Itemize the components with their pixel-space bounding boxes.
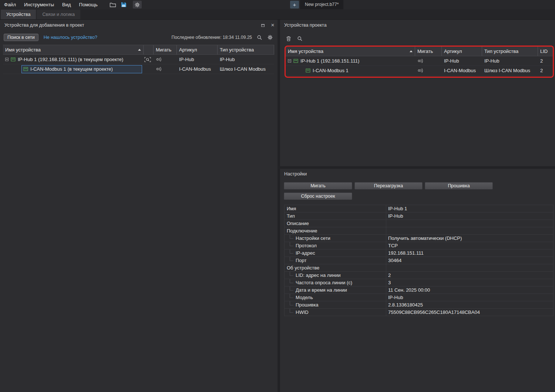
device-name-cell: IP-Hub 1 (192.168.151.111) (286, 56, 415, 66)
close-panel-icon[interactable]: ✕ (271, 23, 275, 27)
reset-settings-button[interactable]: Сброс настроек (284, 192, 352, 200)
property-value[interactable]: 3 (386, 279, 553, 286)
device-name-cell: I-CAN-Modbus 1 (в текущем проекте) (3, 64, 144, 74)
column-header-identify[interactable] (144, 45, 154, 54)
menu-help[interactable]: Помощь (75, 0, 102, 9)
project-devices-table: Имя устройства Мигать Артикул Тип устрой… (286, 46, 554, 76)
property-value[interactable] (386, 264, 553, 271)
property-value[interactable]: 2.8.1336180425 (386, 301, 553, 308)
property-value[interactable]: 2 (386, 272, 553, 279)
menu-view[interactable]: Вид (58, 0, 75, 9)
property-label: Об устройстве (285, 264, 386, 271)
blink-button[interactable]: Мигать (284, 182, 352, 190)
property-value[interactable] (386, 220, 553, 227)
property-label: Тип (285, 212, 386, 220)
blink-icon[interactable] (417, 58, 424, 63)
horizontal-splitter[interactable] (280, 166, 555, 169)
blink-icon[interactable] (156, 67, 162, 71)
property-label: IP-адрес (285, 249, 386, 257)
identify-device-icon[interactable] (144, 57, 151, 62)
column-header-blink[interactable]: Мигать (154, 45, 177, 54)
blink-cell (415, 56, 442, 66)
gear-icon[interactable] (133, 1, 142, 9)
device-name: IP-Hub 1 (192.168.151.111) (300, 58, 359, 64)
property-value[interactable]: TCP (386, 242, 553, 249)
property-row[interactable]: Частота опроса линии (с)3 (285, 279, 553, 287)
available-devices-table: Имя устройства Мигать Артикул Тип устрой… (3, 45, 274, 74)
property-row[interactable]: HWID75509C88CB956C265C180A17148CBA04 (285, 309, 553, 316)
new-project-tab-button[interactable]: + (290, 1, 299, 9)
device-not-found-link[interactable]: Не нашлось устройство? (44, 35, 97, 40)
property-group-row[interactable]: Об устройстве (285, 264, 553, 272)
property-value[interactable] (386, 227, 553, 234)
article-cell: IP-Hub (442, 56, 482, 66)
property-value[interactable]: IP-Hub 1 (386, 205, 553, 212)
column-header-article[interactable]: Артикул (177, 45, 218, 54)
property-row[interactable]: ТипIP-Hub (285, 212, 553, 220)
vertical-splitter[interactable] (278, 20, 280, 392)
gear-icon[interactable] (267, 34, 273, 40)
search-icon[interactable] (297, 36, 303, 41)
collapse-expander-icon[interactable] (288, 59, 291, 63)
save-icon[interactable] (120, 1, 128, 9)
blink-cell (154, 64, 177, 74)
property-row[interactable]: Дата и время на линии11 Сен. 2025 00:00 (285, 287, 553, 294)
device-name-cell: IP-Hub 1 (192.168.151.111) (в текущем пр… (3, 55, 144, 64)
column-header-type[interactable]: Тип устройства (218, 45, 274, 54)
property-group-row[interactable]: Подключение (285, 227, 553, 235)
property-value[interactable]: 30464 (386, 257, 553, 264)
project-devices-toolbar (280, 34, 303, 43)
column-header-article[interactable]: Артикул (442, 47, 482, 56)
column-header-name[interactable]: Имя устройства (3, 45, 144, 54)
device-row[interactable]: IP-Hub 1 (192.168.151.111) (в текущем пр… (3, 55, 274, 64)
trash-icon[interactable] (286, 36, 291, 41)
property-value[interactable]: Получить автоматически (DHCP) (386, 235, 553, 242)
property-row[interactable]: ПротоколTCP (285, 242, 553, 249)
blink-cell (415, 66, 442, 75)
firmware-button[interactable]: Прошивка (425, 182, 493, 190)
property-row[interactable]: Порт30464 (285, 257, 553, 264)
article-cell: I-CAN-Modbus (442, 66, 482, 75)
project-tab[interactable]: New project.b77* (300, 0, 343, 9)
blink-icon[interactable] (156, 57, 162, 62)
column-header-name[interactable]: Имя устройства (286, 47, 415, 56)
reboot-button[interactable]: Перезагрузка (354, 182, 423, 190)
float-panel-icon[interactable] (261, 23, 265, 27)
identify-cell (144, 64, 154, 74)
tab-bar: Устройства Связи и логика (0, 9, 555, 20)
menu-file[interactable]: Файл (0, 0, 20, 9)
property-value[interactable]: 11 Сен. 2025 00:00 (386, 287, 553, 294)
column-header-lid[interactable]: LID (538, 47, 554, 56)
table-header: Имя устройства Мигать Артикул Тип устрой… (286, 46, 554, 56)
menu-tools[interactable]: Инструменты (20, 0, 58, 9)
property-row[interactable]: Настройки сетиПолучить автоматически (DH… (285, 235, 553, 242)
property-row[interactable]: LID: адрес на линии2 (285, 272, 553, 279)
collapse-expander-icon[interactable] (5, 58, 9, 61)
device-row[interactable]: I-CAN-Modbus 1 I-CAN-Modbus Шлюз I-CAN M… (286, 66, 554, 76)
type-cell: Шлюз I-CAN Modbus (218, 64, 274, 74)
property-row[interactable]: МодельIP-Hub (285, 294, 553, 301)
column-header-type[interactable]: Тип устройства (482, 47, 538, 56)
search-icon[interactable] (257, 35, 262, 40)
property-value[interactable]: 192.168.151.111 (386, 249, 553, 257)
property-row[interactable]: Описание (285, 220, 553, 227)
selected-cell[interactable]: I-CAN-Modbus 1 (в текущем проекте) (21, 65, 142, 73)
property-row[interactable]: ИмяIP-Hub 1 (285, 205, 553, 212)
property-row[interactable]: IP-адрес192.168.151.111 (285, 249, 553, 257)
device-icon (306, 68, 310, 73)
folder-icon[interactable] (108, 1, 117, 9)
device-row[interactable]: IP-Hub 1 (192.168.151.111) IP-Hub IP-Hub… (286, 56, 554, 66)
search-network-button[interactable]: Поиск в сети (4, 34, 38, 41)
property-row[interactable]: Прошивка2.8.1336180425 (285, 301, 553, 309)
blink-icon[interactable] (417, 68, 424, 73)
property-label: Настройки сети (285, 235, 386, 242)
property-value[interactable]: 75509C88CB956C265C180A17148CBA04 (386, 309, 553, 316)
device-row[interactable]: I-CAN-Modbus 1 (в текущем проекте) I-CAN… (3, 64, 274, 74)
lid-cell: 2 (538, 56, 554, 66)
property-value[interactable]: IP-Hub (386, 212, 553, 220)
tab-links-logic[interactable]: Связи и логика (37, 10, 80, 19)
property-value[interactable]: IP-Hub (386, 294, 553, 301)
article-cell: I-CAN-Modbus (177, 64, 218, 74)
column-header-blink[interactable]: Мигать (415, 47, 442, 56)
tab-devices[interactable]: Устройства (1, 10, 36, 19)
